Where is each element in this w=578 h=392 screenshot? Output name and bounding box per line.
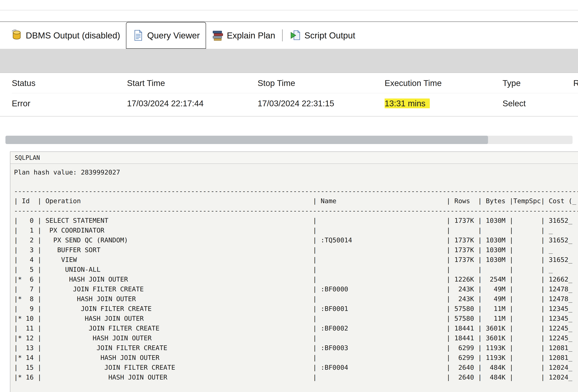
plan-row: | 11 | JOIN FILTER CREATE | :BF0002 | 18… [14, 323, 578, 333]
plan-row: | 5 | UNION-ALL | | | | | _ [14, 265, 578, 274]
results-cell-stop_time[interactable]: 17/03/2024 22:31:15 [258, 98, 385, 108]
results-column-header-type[interactable]: Type [503, 78, 573, 88]
results-column-header-execution_time[interactable]: Execution Time [385, 78, 503, 88]
plan-header-line: | Id | Operation | Name | Rows | Bytes |… [14, 196, 578, 206]
plan-row: | 9 | JOIN FILTER CREATE | :BF0001 | 575… [14, 304, 578, 314]
plan-row: | 15 | JOIN FILTER CREATE | :BF0004 | 26… [14, 363, 578, 372]
results-column-header-status[interactable]: Status [12, 78, 127, 88]
tab-dbms-output[interactable]: DBMS Output (disabled) [5, 22, 126, 49]
plan-separator: ----------------------------------------… [14, 186, 578, 196]
tab-explain-plan[interactable]: Explain Plan [206, 22, 281, 49]
sqlplan-column-header[interactable]: SQLPLAN [10, 152, 578, 164]
plan-row: | 1 | PX COORDINATOR | | | | | _ [14, 226, 578, 235]
results-cell-status[interactable]: Error [12, 98, 127, 108]
plan-row: |* 14 | HASH JOIN OUTER | | 6299 | 1193K… [14, 353, 578, 363]
plan-row: | 0 | SELECT STATEMENT | | 1737K | 1030M… [14, 216, 578, 226]
plan-row: |* 12 | HASH JOIN OUTER | | 18441 | 3601… [14, 333, 578, 343]
plan-row: | 4 | VIEW | | 1737K | 1030M | | 31652_ [14, 255, 578, 265]
top-splitter-line [0, 10, 578, 10]
explain-plan-icon [212, 30, 224, 41]
results-cell-execution_time[interactable]: 13:31 mins [385, 98, 503, 108]
script-output-icon [289, 30, 301, 41]
tab-divider [282, 29, 283, 41]
plan-row: |* 16 | HASH JOIN OUTER | | 2640 | 484K … [14, 372, 578, 382]
horizontal-scrollbar-thumb[interactable] [5, 136, 488, 144]
results-cell-start_time[interactable]: 17/03/2024 22:17:44 [127, 98, 258, 108]
query-viewer-icon [132, 30, 144, 41]
plan-separator: ----------------------------------------… [14, 206, 578, 216]
plan-hash-line: Plan hash value: 2839992027 [14, 167, 578, 177]
plan-row: |* 6 | HASH JOIN OUTER | | 1226K | 254M … [14, 274, 578, 284]
tab-query-viewer[interactable]: Query Viewer [126, 22, 206, 49]
plan-row: | 3 | BUFFER SORT | | 1737K | 1030M | | … [14, 245, 578, 255]
dbms-output-icon [11, 30, 22, 41]
query-results-grid: StatusStart TimeStop TimeExecution TimeT… [0, 73, 578, 116]
plan-row: |* 10 | HASH JOIN OUTER | | 57580 | 11M … [14, 314, 578, 323]
plan-row: | 13 | JOIN FILTER CREATE | :BF0003 | 62… [14, 343, 578, 353]
tab-bar: DBMS Output (disabled) Query Viewer [0, 22, 578, 49]
plan-row: | 2 | PX SEND QC (RANDOM) | :TQ50014 | 1… [14, 235, 578, 245]
plan-lines[interactable]: Plan hash value: 2839992027 ------------… [10, 164, 578, 382]
tab-label: Explain Plan [227, 31, 275, 41]
tab-label: DBMS Output (disabled) [26, 31, 120, 41]
results-column-header-stop_time[interactable]: Stop Time [258, 78, 385, 88]
tab-label: Query Viewer [147, 31, 200, 41]
results-data-row[interactable]: Error17/03/2024 22:17:4417/03/2024 22:31… [12, 93, 578, 114]
tab-script-output[interactable]: Script Output [284, 22, 361, 49]
results-column-header-r[interactable]: R [573, 78, 578, 88]
results-header-row: StatusStart TimeStop TimeExecution TimeT… [12, 73, 578, 93]
results-cell-type[interactable]: Select [503, 98, 573, 108]
query-viewer-toolbar [0, 49, 578, 73]
horizontal-scrollbar[interactable] [5, 136, 573, 144]
results-column-header-start_time[interactable]: Start Time [127, 78, 258, 88]
sqlplan-panel: SQLPLAN Plan hash value: 2839992027 ----… [10, 151, 578, 392]
execution-time-highlight: 13:31 mins [385, 98, 430, 108]
plan-row: |* 8 | HASH JOIN OUTER | | 243K | 49M | … [14, 294, 578, 304]
plan-row: | 7 | JOIN FILTER CREATE | :BF0000 | 243… [14, 284, 578, 294]
tab-label: Script Output [304, 31, 355, 41]
